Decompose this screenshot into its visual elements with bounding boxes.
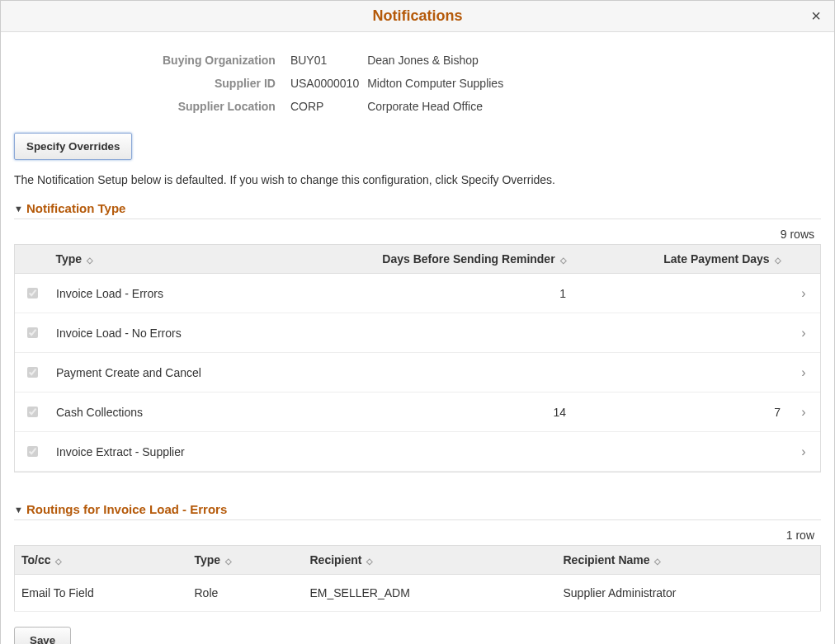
buying-org-row: Buying Organization BUY01 Dean Jones & B… [163, 49, 503, 72]
col-late-label: Late Payment Days [663, 252, 769, 266]
chevron-right-icon: › [801, 286, 805, 300]
col-check [15, 245, 50, 274]
sort-icon: ◇ [225, 557, 232, 566]
sort-icon: ◇ [55, 557, 62, 566]
row-days: 1 [375, 274, 573, 313]
supplier-id-code: USA0000010 [284, 72, 367, 95]
col-expand [788, 245, 821, 274]
col-days[interactable]: Days Before Sending Reminder ◇ [375, 245, 573, 274]
close-icon: × [811, 7, 821, 25]
table-row[interactable]: Cash Collections147› [15, 393, 820, 432]
table-row[interactable]: Email To FieldRoleEM_SELLER_ADMSupplier … [15, 575, 821, 612]
table-row[interactable]: Payment Create and Cancel› [15, 353, 820, 393]
chevron-right-icon: › [801, 405, 805, 419]
row-expand[interactable]: › [787, 393, 820, 432]
buying-org-code: BUY01 [284, 49, 367, 72]
row-late [573, 274, 787, 313]
buying-org-desc: Dean Jones & Bishop [367, 49, 503, 72]
col-type-label: Type [56, 252, 83, 266]
modal-body: Buying Organization BUY01 Dean Jones & B… [1, 32, 834, 644]
sort-icon: ◇ [366, 557, 373, 566]
row-checkbox [27, 288, 38, 298]
chevron-right-icon: › [801, 365, 805, 379]
row-recipient: EM_SELLER_ADM [304, 575, 557, 612]
row-expand[interactable]: › [787, 274, 820, 313]
row-days: 14 [375, 393, 573, 432]
notification-type-title: Notification Type [26, 201, 126, 215]
supplier-id-row: Supplier ID USA0000010 Midton Computer S… [163, 72, 503, 95]
notification-type-header[interactable]: ▼ Notification Type [14, 198, 821, 219]
header-info: Buying Organization BUY01 Dean Jones & B… [163, 49, 503, 118]
row-checkbox-cell [15, 353, 50, 393]
row-days [375, 432, 573, 472]
notification-type-scroll[interactable]: Invoice Load - Errors1›Invoice Load - No… [14, 274, 821, 472]
sort-icon: ◇ [560, 256, 567, 265]
col-type[interactable]: Type ◇ [50, 245, 375, 274]
col-rtype[interactable]: Type ◇ [188, 546, 304, 575]
table-row[interactable]: Invoice Load - Errors1› [15, 274, 820, 313]
row-type: Invoice Load - Errors [50, 274, 375, 313]
supplier-loc-label: Supplier Location [163, 95, 284, 118]
helper-text: The Notification Setup below is defaulte… [14, 173, 821, 186]
supplier-loc-desc: Corporate Head Office [367, 95, 503, 118]
sort-icon: ◇ [775, 256, 781, 265]
supplier-loc-code: CORP [284, 95, 367, 118]
row-type: Role [188, 575, 304, 612]
specify-overrides-button[interactable]: Specify Overrides [14, 133, 132, 160]
save-button[interactable]: Save [14, 627, 71, 644]
col-late[interactable]: Late Payment Days ◇ [573, 245, 788, 274]
row-late [573, 432, 787, 472]
row-days [375, 353, 573, 393]
supplier-id-label: Supplier ID [163, 72, 284, 95]
notification-rowcount: 9 rows [14, 219, 821, 244]
sort-icon: ◇ [654, 557, 661, 566]
notification-type-table: Invoice Load - Errors1›Invoice Load - No… [15, 274, 820, 472]
row-days [375, 313, 573, 353]
col-tocc-label: To/cc [21, 553, 51, 566]
col-recipient-name-label: Recipient Name [564, 553, 650, 566]
row-late: 7 [573, 393, 787, 432]
col-recipient-label: Recipient [310, 553, 362, 566]
row-recipient_name: Supplier Administrator [557, 575, 821, 612]
row-type: Payment Create and Cancel [50, 353, 375, 393]
supplier-loc-row: Supplier Location CORP Corporate Head Of… [163, 95, 503, 118]
row-checkbox [27, 327, 38, 338]
row-tocc: Email To Field [15, 575, 188, 612]
collapse-icon: ▼ [14, 505, 23, 515]
close-button[interactable]: × [806, 6, 826, 26]
routings-table: To/cc ◇ Type ◇ Recipient ◇ Recipient Nam… [14, 545, 821, 612]
row-checkbox [27, 367, 38, 378]
col-days-label: Days Before Sending Reminder [382, 252, 554, 266]
chevron-right-icon: › [801, 326, 805, 340]
row-expand[interactable]: › [787, 432, 820, 472]
row-type: Cash Collections [50, 393, 375, 432]
row-expand[interactable]: › [787, 313, 820, 353]
col-tocc[interactable]: To/cc ◇ [15, 546, 188, 575]
row-late [573, 353, 787, 393]
collapse-icon: ▼ [14, 204, 23, 214]
routings-rowcount: 1 row [14, 520, 821, 545]
row-checkbox-cell [15, 274, 50, 313]
modal-title: Notifications [372, 7, 462, 24]
modal-header: Notifications × [1, 1, 834, 32]
buying-org-label: Buying Organization [163, 49, 284, 72]
row-checkbox-cell [15, 313, 50, 353]
col-rtype-label: Type [195, 553, 221, 566]
notification-type-table-header: Type ◇ Days Before Sending Reminder ◇ La… [14, 244, 821, 274]
supplier-id-desc: Midton Computer Supplies [367, 72, 503, 95]
row-type: Invoice Extract - Supplier [50, 432, 375, 472]
col-recipient[interactable]: Recipient ◇ [304, 546, 557, 575]
routings-header[interactable]: ▼ Routings for Invoice Load - Errors [14, 499, 821, 520]
table-row[interactable]: Invoice Load - No Errors› [15, 313, 820, 353]
routings-title: Routings for Invoice Load - Errors [26, 502, 227, 516]
notifications-modal: Notifications × Buying Organization BUY0… [0, 0, 835, 644]
row-type: Invoice Load - No Errors [50, 313, 375, 353]
row-checkbox-cell [15, 432, 50, 472]
col-recipient-name[interactable]: Recipient Name ◇ [557, 546, 821, 575]
sort-icon: ◇ [87, 256, 93, 265]
row-late [573, 313, 787, 353]
table-row[interactable]: Invoice Extract - Supplier› [15, 432, 820, 472]
chevron-right-icon: › [801, 444, 805, 458]
row-expand[interactable]: › [787, 353, 820, 393]
row-checkbox [27, 407, 38, 417]
